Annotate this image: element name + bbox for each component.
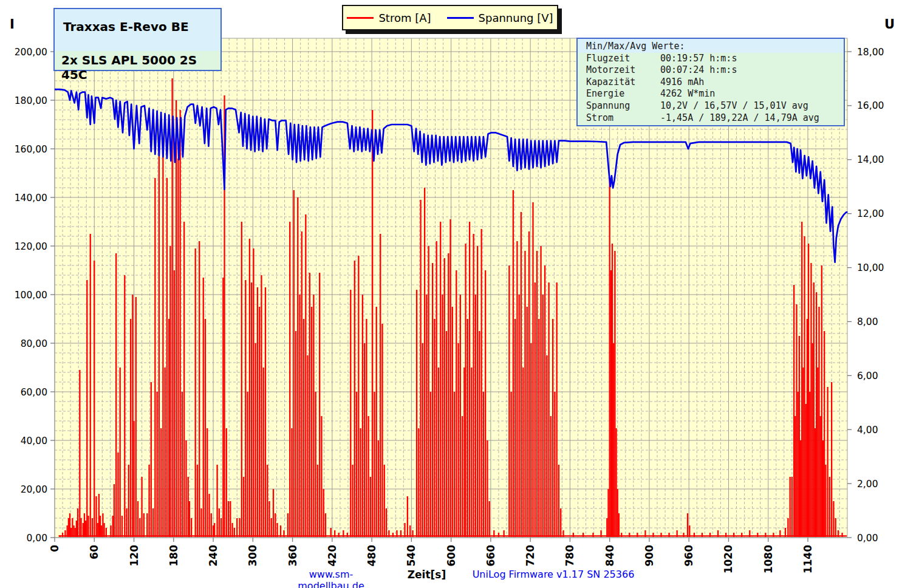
legend-label-current: Strom [A] bbox=[378, 12, 431, 24]
title-box: Traxxas E-Revo BE 2x SLS APL 5000 2S 45C bbox=[53, 8, 222, 71]
left-axis-tick-label: 60,00 bbox=[21, 387, 47, 398]
right-axis-tick-label: 14,00 bbox=[857, 154, 884, 165]
x-axis-tick-label: 480 bbox=[366, 545, 378, 567]
min-max-avg-box: Min/Max/Avg Werte: Flugzeit00:19:57 h:m:… bbox=[576, 38, 845, 126]
stats-row-flugzeit: Flugzeit00:19:57 h:m:s bbox=[586, 53, 844, 65]
right-axis-tick-label: 0,00 bbox=[857, 533, 878, 544]
website-link[interactable]: www.sm-modellbau.de bbox=[279, 569, 383, 588]
x-axis-tick-label: 720 bbox=[524, 545, 536, 567]
right-axis-tick-label: 2,00 bbox=[857, 479, 878, 490]
x-axis-tick-label: 960 bbox=[683, 545, 695, 567]
left-axis-tick-label: 120,00 bbox=[15, 241, 47, 252]
legend-item-voltage: Spannung [V] bbox=[447, 12, 553, 24]
right-axis-tick-label: 4,00 bbox=[857, 425, 878, 436]
voltage-line-swatch bbox=[447, 17, 474, 19]
left-axis-tick-label: 140,00 bbox=[15, 193, 47, 203]
left-axis-tick-label: 160,00 bbox=[15, 144, 47, 155]
left-axis-unit-label: I bbox=[10, 17, 15, 32]
left-axis-tick-label: 200,00 bbox=[15, 47, 47, 58]
firmware-version-text: UniLog Firmware v1.17 SN 25366 bbox=[465, 569, 641, 580]
left-axis-tick-label: 40,00 bbox=[21, 436, 47, 446]
current-line-swatch bbox=[347, 17, 374, 19]
stats-row-kapazitaet: Kapazität4916 mAh bbox=[586, 77, 844, 89]
left-axis-tick-label: 100,00 bbox=[15, 290, 47, 301]
right-axis-tick-label: 6,00 bbox=[857, 371, 878, 381]
stats-row-spannung: Spannung10,2V / 16,57V / 15,01V avg bbox=[586, 100, 844, 112]
chart-legend: Strom [A] Spannung [V] bbox=[342, 5, 558, 30]
x-axis-tick-label: 900 bbox=[643, 545, 655, 567]
stats-title: Min/Max/Avg Werte: bbox=[586, 41, 844, 53]
x-axis-tick-label: 1140 bbox=[802, 545, 814, 573]
x-axis-tick-label: 300 bbox=[247, 545, 259, 567]
x-axis-tick-label: 1020 bbox=[722, 545, 734, 573]
x-axis-tick-label: 120 bbox=[128, 545, 140, 567]
x-axis-tick-label: 780 bbox=[564, 545, 576, 567]
x-axis-tick-label: 60 bbox=[88, 545, 100, 559]
x-axis-tick-label: 840 bbox=[604, 545, 616, 567]
stats-row-motorzeit: Motorzeit00:07:24 h:m:s bbox=[586, 64, 844, 77]
legend-label-voltage: Spannung [V] bbox=[479, 12, 553, 24]
legend-item-current: Strom [A] bbox=[347, 12, 431, 24]
right-axis-tick-label: 10,00 bbox=[857, 262, 884, 273]
x-axis-tick-label: 660 bbox=[485, 545, 497, 567]
x-axis-tick-label: 540 bbox=[405, 545, 417, 567]
right-axis-tick-label: 8,00 bbox=[857, 316, 878, 327]
x-axis-tick-label: 360 bbox=[287, 545, 299, 567]
x-axis-title: Zeit[s] bbox=[398, 569, 456, 581]
chart-title-line2: 2x SLS APL 5000 2S 45C bbox=[61, 53, 220, 82]
left-axis-tick-label: 0,00 bbox=[26, 533, 47, 544]
x-axis-tick-label: 180 bbox=[168, 545, 180, 567]
chart-title-line1: Traxxas E-Revo BE bbox=[63, 19, 189, 34]
left-axis-tick-label: 180,00 bbox=[15, 95, 47, 106]
x-axis-tick-label: 1080 bbox=[762, 545, 774, 573]
right-axis-tick-label: 18,00 bbox=[857, 47, 884, 58]
stats-row-strom: Strom-1,45A / 189,22A / 14,79A avg bbox=[586, 112, 844, 125]
x-axis-tick-label: 0 bbox=[49, 545, 61, 552]
right-axis-tick-label: 12,00 bbox=[857, 208, 884, 219]
x-axis-tick-label: 600 bbox=[445, 545, 457, 567]
chart-page: 0,0020,0040,0060,0080,00100,00120,00140,… bbox=[0, 0, 902, 588]
left-axis-tick-label: 80,00 bbox=[21, 338, 47, 349]
stats-row-energie: Energie4262 W*min bbox=[586, 88, 844, 100]
x-axis-tick-label: 420 bbox=[326, 545, 338, 567]
left-axis-tick-label: 20,00 bbox=[21, 484, 47, 495]
x-axis-tick-label: 240 bbox=[207, 545, 219, 567]
right-axis-unit-label: U bbox=[884, 17, 895, 32]
right-axis-tick-label: 16,00 bbox=[857, 100, 884, 111]
